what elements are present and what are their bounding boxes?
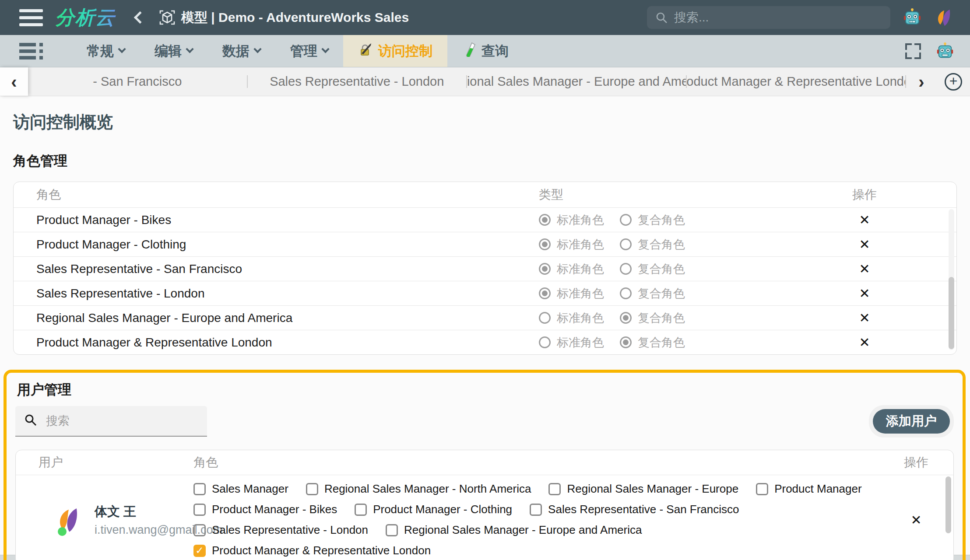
radio-composite-role[interactable] bbox=[620, 263, 632, 275]
radio-standard-label: 标准角色 bbox=[557, 212, 604, 228]
role-checkbox-item[interactable]: Product Manager - Clothing bbox=[355, 503, 512, 516]
role-checkbox-item[interactable]: Regional Sales Manager - Europe bbox=[548, 482, 738, 496]
checkbox-icon[interactable] bbox=[193, 483, 206, 495]
search-icon bbox=[655, 11, 668, 24]
user-table-card: 用户 角色 操作 体文 王 i.tiven.wang@gmail.co bbox=[15, 450, 954, 560]
radio-standard-role[interactable] bbox=[539, 238, 551, 250]
tab-sales-rep-san-francisco[interactable]: - San Francisco bbox=[28, 67, 247, 96]
tab-regional-sales-manager[interactable]: Regional Sales Manager - Europe and Amer… bbox=[467, 67, 686, 96]
role-checkbox-item[interactable]: Sales Representative - London bbox=[193, 523, 368, 537]
menu-item-manage[interactable]: 管理 bbox=[275, 35, 343, 67]
menu-item-query[interactable]: 查询 bbox=[447, 35, 524, 67]
checkbox-icon[interactable] bbox=[193, 524, 206, 536]
role-checkbox-item[interactable]: Product Manager - Bikes bbox=[193, 503, 337, 516]
robot-icon[interactable] bbox=[936, 42, 954, 60]
test-tube-icon bbox=[462, 42, 476, 60]
radio-standard-role[interactable] bbox=[539, 263, 551, 275]
role-checkbox-item[interactable]: ✓ Product Manager & Representative Londo… bbox=[193, 544, 431, 557]
role-checkbox-item[interactable]: Regional Sales Manager - Europe and Amer… bbox=[386, 523, 642, 537]
add-user-button[interactable]: 添加用户 bbox=[873, 409, 950, 434]
radio-composite-role[interactable] bbox=[620, 287, 632, 299]
menu-item-data[interactable]: 数据 bbox=[207, 35, 275, 67]
radio-standard-role[interactable] bbox=[539, 312, 551, 324]
checkbox-icon[interactable] bbox=[756, 483, 768, 495]
role-name: Product Manager - Clothing bbox=[36, 238, 539, 252]
radio-standard-role[interactable] bbox=[539, 336, 551, 348]
radio-composite-role[interactable] bbox=[620, 336, 632, 348]
menu-list-icon[interactable] bbox=[19, 43, 43, 60]
radio-composite-role[interactable] bbox=[620, 238, 632, 250]
user-table-header: 用户 角色 操作 bbox=[16, 450, 953, 475]
checkbox-label: Product Manager - Clothing bbox=[373, 503, 512, 516]
checkbox-label: Sales Manager bbox=[212, 482, 288, 496]
main-content: 访问控制概览 角色管理 角色 类型 操作 Product Manager - B… bbox=[0, 111, 970, 555]
role-name: Sales Representative - London bbox=[36, 287, 539, 301]
radio-composite-role[interactable] bbox=[620, 214, 632, 226]
col-user: 用户 bbox=[16, 454, 182, 471]
menu-item-general[interactable]: 常规 bbox=[72, 35, 140, 67]
checkbox-icon[interactable] bbox=[530, 504, 542, 516]
col-type: 类型 bbox=[539, 186, 812, 203]
global-search[interactable] bbox=[647, 6, 890, 29]
radio-composite-label: 复合角色 bbox=[638, 286, 685, 301]
delete-role-button[interactable]: ✕ bbox=[859, 311, 870, 325]
checkbox-icon[interactable] bbox=[193, 504, 206, 516]
tabs-scroll-right-button[interactable]: › bbox=[906, 67, 937, 96]
radio-standard-role[interactable] bbox=[539, 287, 551, 299]
role-tab-bar: ‹ - San Francisco Sales Representative -… bbox=[0, 67, 970, 96]
model-breadcrumb: 模型 | Demo - AdventureWorks Sales bbox=[158, 9, 409, 27]
chevron-down-icon bbox=[118, 45, 126, 53]
add-user-button-halo: 添加用户 bbox=[869, 405, 954, 438]
assistant-robot-icon[interactable] bbox=[903, 8, 922, 27]
role-checkbox-item[interactable]: Product Manager bbox=[756, 482, 861, 496]
plus-circle-icon: + bbox=[945, 73, 962, 91]
user-search-input[interactable] bbox=[46, 414, 198, 428]
checkbox-icon[interactable] bbox=[355, 504, 367, 516]
radio-composite-role[interactable] bbox=[620, 312, 632, 324]
top-bar: 分析云 模型 | Demo - AdventureWorks Sales bbox=[0, 0, 970, 35]
role-table-row: Regional Sales Manager - Europe and Amer… bbox=[14, 305, 956, 330]
global-search-input[interactable] bbox=[674, 10, 882, 24]
checkbox-icon[interactable] bbox=[548, 483, 561, 495]
tabs-scroll-left-button[interactable]: ‹ bbox=[0, 67, 28, 96]
user-management-highlight-box: 用户管理 添加用户 用户 角色 操作 bbox=[4, 370, 966, 560]
remove-user-button[interactable]: ✕ bbox=[910, 513, 921, 527]
checkbox-label: Product Manager bbox=[774, 482, 861, 496]
role-table-row: Product Manager - Bikes 标准角色 复合角色 ✕ bbox=[14, 207, 956, 232]
radio-standard-role[interactable] bbox=[539, 214, 551, 226]
lock-pen-icon bbox=[358, 42, 373, 60]
menu-item-edit[interactable]: 编辑 bbox=[140, 35, 207, 67]
hamburger-menu-icon[interactable] bbox=[19, 9, 43, 26]
delete-role-button[interactable]: ✕ bbox=[859, 286, 870, 301]
tab-product-manager-rep-london[interactable]: Product Manager & Representative London bbox=[687, 67, 906, 96]
role-table-body: Product Manager - Bikes 标准角色 复合角色 ✕ Prod… bbox=[14, 207, 956, 354]
role-checkbox-item[interactable]: Regional Sales Manager - North America bbox=[306, 482, 531, 496]
scrollbar-thumb[interactable] bbox=[945, 476, 951, 533]
radio-composite-label: 复合角色 bbox=[638, 212, 685, 228]
role-type-radios: 标准角色 复合角色 bbox=[539, 261, 812, 277]
add-role-tab-button[interactable]: + bbox=[937, 67, 970, 96]
fullscreen-icon[interactable] bbox=[905, 43, 921, 59]
user-table-row: 体文 王 i.tiven.wang@gmail.com Sales Manage… bbox=[16, 475, 953, 560]
delete-role-button[interactable]: ✕ bbox=[859, 262, 870, 276]
col-action: 操作 bbox=[812, 186, 917, 203]
scrollbar-thumb[interactable] bbox=[949, 277, 954, 349]
checkbox-icon[interactable]: ✓ bbox=[193, 545, 206, 557]
chevron-down-icon bbox=[186, 45, 193, 53]
role-checkbox-item[interactable]: Sales Manager bbox=[193, 482, 288, 496]
checkbox-label: Regional Sales Manager - Europe and Amer… bbox=[404, 523, 642, 537]
delete-role-button[interactable]: ✕ bbox=[859, 213, 870, 227]
delete-role-button[interactable]: ✕ bbox=[859, 335, 870, 350]
checkbox-icon[interactable] bbox=[306, 483, 318, 495]
page-title: 访问控制概览 bbox=[13, 111, 970, 133]
checkbox-icon[interactable] bbox=[386, 524, 398, 536]
tab-sales-rep-london[interactable]: Sales Representative - London bbox=[248, 67, 467, 96]
radio-composite-label: 复合角色 bbox=[638, 261, 685, 277]
delete-role-button[interactable]: ✕ bbox=[859, 237, 870, 252]
account-avatar[interactable] bbox=[934, 7, 954, 28]
checkbox-label: Product Manager - Bikes bbox=[212, 503, 337, 516]
back-chevron-icon[interactable] bbox=[134, 11, 146, 24]
user-search-field[interactable] bbox=[15, 406, 207, 437]
role-checkbox-item[interactable]: Sales Representative - San Francisco bbox=[530, 503, 739, 516]
menu-item-access-control[interactable]: 访问控制 bbox=[343, 35, 447, 67]
